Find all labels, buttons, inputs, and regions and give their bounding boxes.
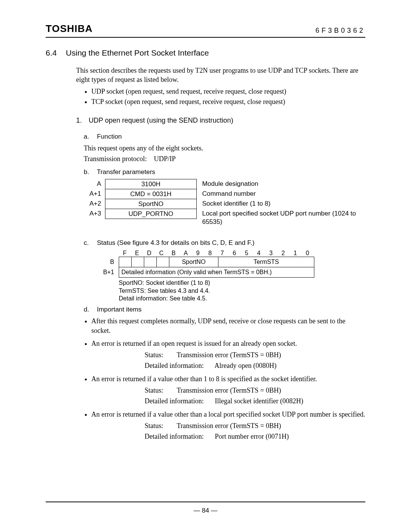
- sub-item-b: b. Transfer parameters: [84, 168, 365, 176]
- bit-label: 6: [228, 250, 241, 257]
- sub-title: Transfer parameters: [97, 168, 155, 176]
- intro-bullet-list: UDP socket (open request, send request, …: [46, 88, 365, 106]
- sub-title: Important items: [97, 306, 142, 313]
- desc-cell: Socket identifier (1 to 8): [202, 199, 365, 209]
- addr-cell: A+3: [84, 209, 105, 219]
- status-value: Transmission error (TermSTS = 0BH): [177, 387, 281, 394]
- note-line: TermSTS: See tables 4.3 and 4.4.: [119, 287, 365, 295]
- value-cell: CMD = 0031H: [105, 189, 197, 199]
- detail-label: Detailed information:: [145, 432, 213, 441]
- function-paragraph: This request opens any of the eight sock…: [84, 144, 365, 153]
- bit-label: F: [119, 250, 131, 257]
- section-title-text: Using the Ethernet Port Socket Interface: [66, 48, 209, 57]
- page-header: TOSHIBA 6F3B0362: [46, 23, 365, 38]
- brand-logo: TOSHIBA: [46, 23, 93, 35]
- item-title: UDP open request (using the SEND instruc…: [89, 117, 233, 124]
- section-heading: 6.4 Using the Ethernet Port Socket Inter…: [46, 48, 365, 58]
- sub-label: a.: [84, 133, 95, 141]
- page-footer: — 84 —: [0, 502, 411, 514]
- important-items-list: After this request completes normally, U…: [46, 316, 365, 441]
- detail-value: Already open (0080H): [215, 362, 277, 369]
- bit-label: C: [155, 250, 167, 257]
- bit-label: 3: [265, 250, 277, 257]
- detail-value: Port number error (0071H): [215, 433, 289, 440]
- value-cell: UDP_PORTNO: [105, 209, 197, 219]
- bit-label: E: [131, 250, 143, 257]
- status-table: F E D C B A 9 8 7 6 5 4 3 2 1 0 B: [91, 250, 365, 278]
- error-detail: Detailed information: Already open (0080…: [145, 361, 365, 370]
- bit-label: 8: [204, 250, 216, 257]
- status-value: Transmission error (TermSTS = 0BH): [177, 351, 281, 359]
- sub-label: c.: [84, 239, 95, 247]
- row-label: B: [91, 257, 119, 278]
- value-column: 3100H CMD = 0031H SportNO UDP_PORTNO: [105, 179, 197, 229]
- address-column: A A+1 A+2 A+3: [84, 179, 105, 229]
- bit-cell: [132, 257, 144, 267]
- list-text: After this request completes normally, U…: [91, 317, 345, 334]
- detail-label: Detailed information:: [145, 396, 213, 406]
- list-item: An error is returned if an open request …: [91, 339, 365, 371]
- sub-item-a: a. Function: [84, 133, 365, 141]
- status-label: Status:: [145, 386, 175, 395]
- footer-rule: [46, 502, 365, 502]
- error-detail: Detailed information: Port number error …: [145, 432, 365, 441]
- sub-item-d: d. Important items: [84, 306, 365, 313]
- status-row-b1: Detailed information (Only valid when Te…: [119, 267, 314, 277]
- sub-label: b.: [84, 168, 95, 176]
- description-column: Module designation Command number Socket…: [202, 179, 365, 229]
- protocol-line: Transmission protocol: UDP/IP: [84, 155, 365, 163]
- page-number: — 84 —: [0, 507, 411, 514]
- termsts-cell: TermSTS: [218, 257, 314, 267]
- bit-label: A: [180, 250, 192, 257]
- error-detail: Detailed information: Illegal socket ide…: [145, 396, 365, 406]
- section-number: 6.4: [46, 48, 57, 57]
- list-text: An error is returned if a value other th…: [91, 411, 365, 418]
- list-item: After this request completes normally, U…: [91, 316, 365, 335]
- value-cell: SportNO: [105, 199, 197, 209]
- bit-label: 4: [253, 250, 265, 257]
- bit-label: B: [167, 250, 180, 257]
- bit-label: 5: [241, 250, 253, 257]
- bit-label: 9: [192, 250, 204, 257]
- desc-cell: Local port specified socket UDP port num…: [202, 209, 365, 229]
- sub-label: d.: [84, 306, 95, 313]
- list-item: TCP socket (open request, send request, …: [91, 98, 365, 106]
- bit-label: 1: [289, 250, 301, 257]
- error-status: Status: Transmission error (TermSTS = 0B…: [145, 350, 365, 359]
- transfer-parameters-table: A A+1 A+2 A+3 3100H CMD = 0031H SportNO …: [84, 179, 365, 229]
- intro-paragraph: This section describes the requests used…: [76, 66, 365, 85]
- status-row-b: SportNO TermSTS: [119, 257, 314, 267]
- bit-label: D: [143, 250, 155, 257]
- document-number: 6F3B0362: [315, 27, 365, 35]
- value-cell: 3100H: [105, 179, 197, 189]
- sub-title: Status (See figure 4.3 for details on bi…: [97, 239, 255, 246]
- list-text: An error is returned if a value other th…: [91, 375, 317, 383]
- bit-label: 7: [216, 250, 228, 257]
- detail-label: Detailed information:: [145, 361, 213, 370]
- status-label: Status:: [145, 350, 175, 359]
- protocol-value: UDP/IP: [154, 155, 176, 163]
- status-value: Transmission error (TermSTS = 0BH): [177, 422, 281, 430]
- protocol-label: Transmission protocol:: [84, 155, 152, 163]
- note-line: SportNO: Socket identifier (1 to 8): [119, 279, 365, 287]
- bit-cell: [119, 257, 132, 267]
- bit-cell: [144, 257, 157, 267]
- list-item: An error is returned if a value other th…: [91, 374, 365, 406]
- error-status: Status: Transmission error (TermSTS = 0B…: [145, 386, 365, 395]
- bit-header-row: F E D C B A 9 8 7 6 5 4 3 2 1 0: [119, 250, 365, 257]
- bit-cell: [157, 257, 169, 267]
- sub-title: Function: [97, 133, 122, 140]
- sub-item-c: c. Status (See figure 4.3 for details on…: [84, 239, 365, 247]
- desc-cell: Module designation: [202, 179, 365, 189]
- bit-label: 2: [277, 250, 289, 257]
- status-label: Status:: [145, 421, 175, 430]
- addr-cell: A+1: [84, 189, 105, 199]
- item-number: 1.: [76, 117, 87, 125]
- desc-cell: Command number: [202, 189, 365, 199]
- list-item: UDP socket (open request, send request, …: [91, 88, 365, 96]
- list-text: An error is returned if an open request …: [91, 340, 297, 347]
- note-line: Detail information: See table 4.5.: [119, 295, 365, 303]
- status-notes: SportNO: Socket identifier (1 to 8) Term…: [119, 279, 365, 303]
- list-item: An error is returned if a value other th…: [91, 410, 365, 441]
- numbered-item: 1. UDP open request (using the SEND inst…: [76, 117, 365, 125]
